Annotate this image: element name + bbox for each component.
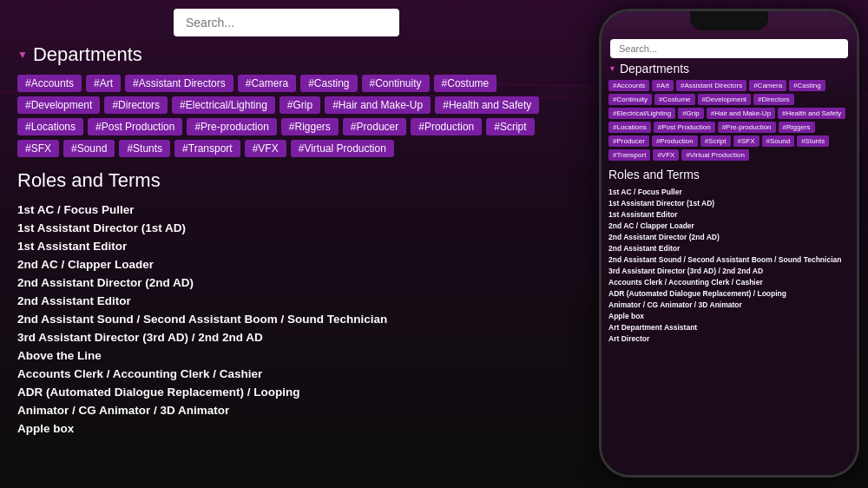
phone-role-item: 1st Assistant Director (1st AD) [608,197,850,208]
department-tag[interactable]: #Camera [238,75,296,92]
phone-department-tag[interactable]: #Virtual Production [681,149,748,161]
phone-tags-container: #Accounts#Art#Assistant Directors#Camera… [608,80,850,161]
phone-role-item: 3rd Assistant Director (3rd AD) / 2nd 2n… [608,265,850,276]
phone-department-tag[interactable]: #Camera [749,80,786,91]
phone-mockup: ▼ Departments #Accounts#Art#Assistant Di… [538,0,868,488]
departments-section: ▼ Departments #Accounts#Art#Assistant Di… [0,43,573,157]
role-item[interactable]: Accounts Clerk / Accounting Clerk / Cash… [17,365,556,383]
role-item[interactable]: 2nd Assistant Editor [17,292,556,310]
phone-department-tag[interactable]: #Stunts [797,135,829,147]
phone-department-tag[interactable]: #Costume [654,94,694,105]
phone-role-item: 2nd Assistant Editor [608,242,850,254]
phone-notch [690,11,768,30]
phone-department-tag[interactable]: #Transport [608,149,650,161]
department-tag[interactable]: #Electrical/Lighting [172,96,275,114]
phone-roles-list: 1st AC / Focus Puller1st Assistant Direc… [602,186,857,344]
phone-department-tag[interactable]: #Sound [762,135,795,147]
roles-section: Roles and Terms 1st AC / Focus Puller1st… [0,169,573,438]
phone-screen: ▼ Departments #Accounts#Art#Assistant Di… [602,11,857,475]
phone-roles-section: Roles and Terms 1st AC / Focus Puller1st… [602,168,857,344]
department-tag[interactable]: #Hair and Make-Up [325,96,431,114]
department-tag[interactable]: #Development [17,96,100,114]
role-item[interactable]: 2nd Assistant Sound / Second Assistant B… [17,310,556,328]
phone-department-tag[interactable]: #VFX [653,149,679,161]
department-tag[interactable]: #Post Production [88,118,182,135]
phone-role-item: 2nd Assistant Director (2nd AD) [608,231,850,242]
phone-role-item: 1st AC / Focus Puller [608,186,850,197]
phone-department-tag[interactable]: #Assistant Directors [676,80,746,91]
roles-title: Roles and Terms [17,169,556,192]
role-item[interactable]: Animator / CG Animator / 3D Animator [17,401,556,419]
department-tag[interactable]: #Directors [104,96,168,114]
phone-departments: ▼ Departments #Accounts#Art#Assistant Di… [602,62,857,161]
department-tag[interactable]: #SFX [17,140,59,157]
phone-department-tag[interactable]: #Development [698,94,752,105]
role-item[interactable]: 1st Assistant Editor [17,237,556,255]
phone-role-item: Animator / CG Animator / 3D Animator [608,299,850,310]
department-tag[interactable]: #Casting [300,75,357,92]
role-item[interactable]: 2nd AC / Clapper Loader [17,255,556,274]
role-item[interactable]: ADR (Automated Dialogue Replacement) / L… [17,383,556,401]
phone-department-tag[interactable]: #Producer [608,135,649,147]
role-item[interactable]: 1st Assistant Director (1st AD) [17,219,556,237]
role-item[interactable]: 1st AC / Focus Puller [17,201,556,219]
department-tag[interactable]: #Accounts [17,75,82,92]
department-tag[interactable]: #Continuity [362,75,430,92]
department-tag[interactable]: #Locations [17,118,83,135]
phone-role-item: 2nd Assistant Sound / Second Assistant B… [608,254,850,265]
department-tag[interactable]: #Script [486,118,534,135]
phone-department-tag[interactable]: #Locations [608,122,651,133]
role-item[interactable]: 2nd Assistant Director (2nd AD) [17,274,556,292]
phone-department-tag[interactable]: #Production [652,135,698,147]
phone-triangle-icon: ▼ [608,64,616,73]
phone-role-item: 1st Assistant Editor [608,208,850,220]
phone-department-tag[interactable]: #Grip [678,108,704,119]
main-content-panel: ▼ Departments #Accounts#Art#Assistant Di… [0,0,573,488]
search-container [0,0,573,43]
department-tag[interactable]: #Production [411,118,482,135]
phone-department-tag[interactable]: #Script [700,135,731,147]
department-tag[interactable]: #Art [86,75,121,92]
department-tag[interactable]: #Transport [174,140,240,157]
tags-container: #Accounts#Art#Assistant Directors#Camera… [17,75,556,157]
phone-search-container [602,34,857,62]
phone-department-tag[interactable]: #Casting [789,80,825,91]
phone-department-tag[interactable]: #Electrical/Lighting [608,108,675,119]
department-tag[interactable]: #Stunts [119,140,170,157]
phone-department-tag[interactable]: #Accounts [608,80,649,91]
phone-frame: ▼ Departments #Accounts#Art#Assistant Di… [599,9,859,478]
phone-role-item: Art Department Assistant [608,321,850,333]
departments-header: ▼ Departments [17,43,556,66]
phone-department-tag[interactable]: #Art [652,80,674,91]
phone-departments-header: ▼ Departments [608,62,850,76]
role-item[interactable]: 3rd Assistant Director (3rd AD) / 2nd 2n… [17,328,556,346]
phone-search-input[interactable] [610,39,848,58]
phone-department-tag[interactable]: #Continuity [608,94,652,105]
phone-department-tag[interactable]: #Health and Safety [778,108,845,119]
phone-department-tag[interactable]: #Directors [753,94,793,105]
phone-department-tag[interactable]: #Post Production [654,122,715,133]
phone-department-tag[interactable]: #Pre-production [718,122,776,133]
department-tag[interactable]: #Health and Safety [435,96,539,114]
department-tag[interactable]: #Riggers [281,118,339,135]
departments-title: Departments [33,43,142,66]
department-tag[interactable]: #Sound [63,140,115,157]
search-input[interactable] [174,9,399,36]
department-tag[interactable]: #Pre-production [187,118,276,135]
phone-role-item: Apple box [608,310,850,321]
role-item[interactable]: Above the Line [17,346,556,365]
department-tag[interactable]: #Costume [434,75,497,92]
triangle-icon[interactable]: ▼ [17,49,28,61]
roles-list: 1st AC / Focus Puller1st Assistant Direc… [17,201,556,438]
department-tag[interactable]: #Producer [343,118,406,135]
department-tag[interactable]: #Assistant Directors [125,75,233,92]
department-tag[interactable]: #Virtual Production [291,140,394,157]
phone-departments-title: Departments [620,62,689,76]
phone-department-tag[interactable]: #Hair and Make-Up [707,108,775,119]
phone-department-tag[interactable]: #Riggers [779,122,815,133]
department-tag[interactable]: #Grip [279,96,320,114]
phone-role-item: Accounts Clerk / Accounting Clerk / Cash… [608,276,850,287]
phone-department-tag[interactable]: #SFX [733,135,760,147]
department-tag[interactable]: #VFX [245,140,286,157]
role-item[interactable]: Apple box [17,419,556,438]
